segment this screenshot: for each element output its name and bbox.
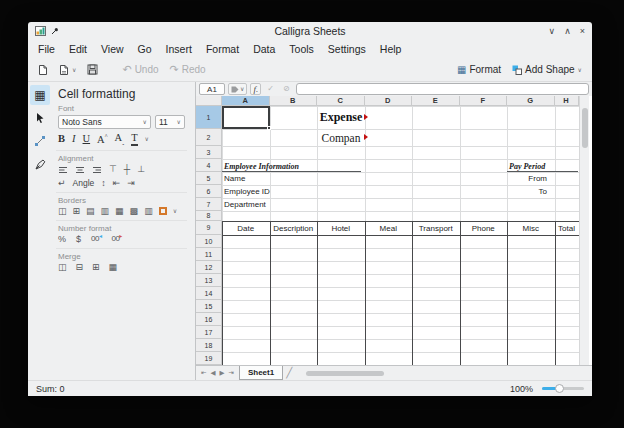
zoom-slider-handle[interactable] — [555, 384, 564, 393]
italic-button[interactable]: I — [72, 134, 76, 145]
angle-button[interactable]: Angle — [73, 179, 95, 188]
text-color-chevron-icon[interactable]: ∨ — [145, 136, 149, 142]
font-family-select[interactable]: Noto Sans ∨ — [58, 115, 151, 129]
connector-tool-button[interactable] — [30, 131, 50, 151]
cell-department-label[interactable]: Department — [224, 198, 266, 211]
align-middle-button[interactable]: ┼ — [124, 165, 130, 174]
cell-name-label[interactable]: Name — [224, 172, 245, 185]
align-top-button[interactable]: ⊤ — [109, 165, 117, 174]
border-outline-button[interactable]: ▩ — [130, 207, 139, 216]
row-header-3[interactable]: 3 — [196, 146, 222, 159]
menu-data[interactable]: Data — [246, 42, 282, 56]
sheet-grid[interactable]: Expense Compan Employee Information Pay … — [196, 96, 592, 365]
selection-tool-button[interactable] — [30, 108, 50, 128]
select-all-corner[interactable] — [196, 96, 222, 106]
cancel-edit-button[interactable]: ⊘ — [280, 83, 293, 95]
cell-pay-period[interactable]: Pay Period — [507, 159, 578, 172]
border-bottom-button[interactable]: ▥ — [101, 207, 110, 216]
column-header-f[interactable]: F — [460, 96, 508, 106]
pen-tool-button[interactable] — [30, 154, 50, 174]
border-all-button[interactable]: ▦ — [115, 207, 124, 216]
maximize-button[interactable]: ∧ — [564, 27, 571, 36]
row-header-1[interactable]: 1 — [196, 106, 222, 129]
menu-help[interactable]: Help — [373, 42, 409, 56]
row-header-15[interactable]: 15 — [196, 300, 222, 313]
cell-employee-id-label[interactable]: Employee ID — [224, 185, 270, 198]
row-header-14[interactable]: 14 — [196, 287, 222, 300]
close-button[interactable]: × — [580, 27, 585, 36]
redo-button[interactable]: ↷ Redo — [167, 62, 209, 77]
subscript-button[interactable]: Aˬ — [115, 133, 125, 145]
merge-horizontal-button[interactable]: ⊟ — [76, 263, 84, 272]
format-button[interactable]: ▦ Format — [454, 63, 504, 77]
apply-button[interactable]: ✓ — [264, 83, 277, 95]
cell-reference-box[interactable]: A1 — [199, 83, 225, 95]
menu-file[interactable]: File — [31, 42, 62, 56]
menu-format[interactable]: Format — [199, 42, 246, 56]
vertical-scrollbar-thumb[interactable] — [582, 108, 588, 148]
cell-to-label[interactable]: To — [507, 185, 547, 198]
decrease-precision-button[interactable]: 00▸ — [111, 235, 121, 243]
decrease-indent-button[interactable]: ⇤ — [113, 179, 121, 188]
previous-sheet-button[interactable]: ◀ — [210, 370, 215, 377]
unmerge-cells-button[interactable]: ▦ — [109, 263, 118, 272]
align-bottom-button[interactable]: ⊥ — [137, 165, 145, 174]
formula-input[interactable] — [296, 83, 589, 95]
cell-company-subtitle[interactable]: Compan — [315, 129, 367, 146]
formula-button[interactable]: f. — [250, 83, 261, 95]
increase-indent-button[interactable]: ⇥ — [127, 179, 135, 188]
column-header-h[interactable]: H — [555, 96, 579, 106]
text-color-button[interactable]: T — [131, 133, 137, 146]
named-ranges-button[interactable]: ∨ — [228, 83, 247, 95]
cell-table-header-date[interactable]: Date — [222, 221, 270, 235]
selected-cell-a1[interactable] — [222, 106, 270, 129]
merge-cells-button[interactable]: ◫ — [58, 263, 67, 272]
bold-button[interactable]: B — [58, 134, 65, 145]
superscript-button[interactable]: A^ — [97, 133, 107, 145]
cell-table-header-phone[interactable]: Phone — [460, 221, 508, 235]
row-header-12[interactable]: 12 — [196, 261, 222, 274]
column-header-e[interactable]: E — [412, 96, 460, 106]
align-right-button[interactable] — [92, 165, 102, 175]
cell-expense-title[interactable]: Expense — [315, 106, 367, 129]
wrap-text-button[interactable]: ↵ — [58, 179, 66, 188]
border-top-button[interactable]: ▤ — [86, 207, 95, 216]
row-header-10[interactable]: 10 — [196, 235, 222, 248]
increase-precision-button[interactable]: 00◂ — [91, 235, 101, 243]
column-header-c[interactable]: C — [317, 96, 365, 106]
cell-table-header-meal[interactable]: Meal — [365, 221, 413, 235]
menu-go[interactable]: Go — [131, 42, 159, 56]
cell-tool-button[interactable]: ▦ — [30, 85, 50, 105]
open-dropdown-chevron-icon[interactable]: ∨ — [72, 67, 76, 73]
selection-fill-handle[interactable] — [267, 126, 271, 130]
row-header-19[interactable]: 19 — [196, 352, 222, 365]
column-header-b[interactable]: B — [270, 96, 318, 106]
minimize-button[interactable]: ∨ — [549, 27, 556, 36]
menu-settings[interactable]: Settings — [321, 42, 373, 56]
align-left-button[interactable] — [58, 165, 68, 175]
border-left-button[interactable]: ◫ — [58, 207, 67, 216]
open-document-button[interactable]: ∨ — [56, 62, 79, 78]
cell-table-header-total[interactable]: Total — [555, 221, 579, 235]
menu-insert[interactable]: Insert — [159, 42, 199, 56]
row-header-16[interactable]: 16 — [196, 313, 222, 326]
menu-edit[interactable]: Edit — [62, 42, 94, 56]
save-button[interactable] — [84, 62, 101, 77]
next-sheet-button[interactable]: ▶ — [219, 370, 224, 377]
row-header-17[interactable]: 17 — [196, 326, 222, 339]
underline-button[interactable]: U — [83, 134, 91, 145]
row-header-7[interactable]: 7 — [196, 198, 222, 211]
row-header-4[interactable]: 4 — [196, 159, 222, 172]
cell-from-label[interactable]: From — [507, 172, 547, 185]
zoom-slider[interactable] — [542, 387, 584, 390]
cell-table-header-transport[interactable]: Transport — [412, 221, 460, 235]
row-header-8[interactable]: 8 — [196, 211, 222, 221]
money-format-button[interactable]: $ — [76, 235, 81, 244]
percent-format-button[interactable]: % — [58, 235, 66, 244]
cell-employee-information[interactable]: Employee Information — [222, 159, 361, 172]
row-header-18[interactable]: 18 — [196, 339, 222, 352]
row-header-11[interactable]: 11 — [196, 248, 222, 261]
new-document-button[interactable] — [35, 62, 51, 78]
first-sheet-button[interactable]: ⇤ — [201, 370, 206, 377]
last-sheet-button[interactable]: ⇥ — [228, 370, 233, 377]
